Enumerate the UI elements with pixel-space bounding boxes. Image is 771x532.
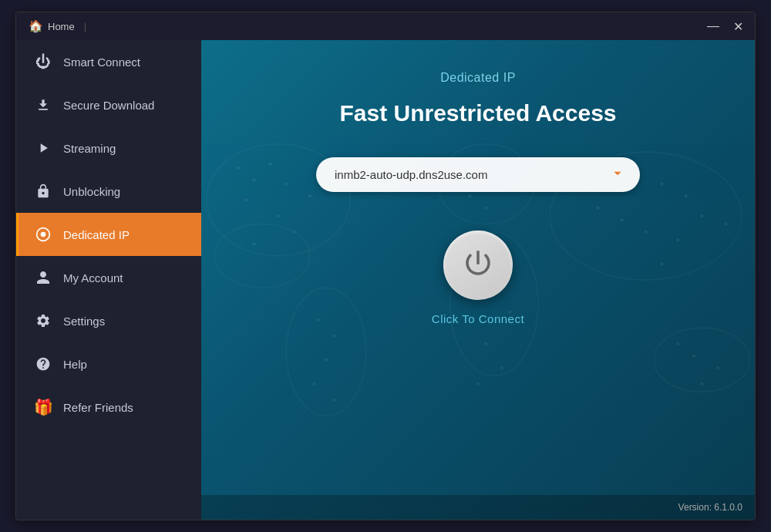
- sidebar-item-unblocking[interactable]: Unblocking: [16, 170, 201, 213]
- sidebar-label-unblocking: Unblocking: [63, 185, 120, 198]
- svg-point-35: [500, 366, 503, 369]
- svg-point-34: [484, 342, 487, 345]
- power-button-section: Click To Connect: [432, 231, 524, 325]
- download-icon: [34, 96, 52, 114]
- sidebar-item-secure-download[interactable]: Secure Download: [16, 83, 201, 126]
- page-subtitle: Dedicated IP: [440, 71, 516, 85]
- svg-point-1: [41, 232, 46, 237]
- main-content: Dedicated IP Fast Unrestricted Access in…: [201, 40, 755, 520]
- sidebar-label-smart-connect: Smart Connect: [63, 56, 140, 69]
- minimize-button[interactable]: —: [702, 17, 724, 35]
- gift-icon: 🎁: [34, 398, 52, 416]
- version-text: Version: 6.1.0.0: [678, 502, 742, 513]
- play-icon: [34, 139, 52, 157]
- svg-point-53: [700, 382, 703, 386]
- svg-point-51: [692, 354, 695, 357]
- sidebar-label-help: Help: [63, 358, 87, 371]
- sidebar-item-streaming[interactable]: Streaming: [16, 126, 201, 170]
- lock-icon: [34, 182, 52, 200]
- sidebar-item-smart-connect[interactable]: ⏻ Smart Connect: [16, 40, 201, 83]
- sidebar-label-streaming: Streaming: [63, 142, 116, 155]
- sidebar-label-dedicated-ip: Dedicated IP: [63, 228, 130, 241]
- title-bar: 🏠 Home | — ✕: [16, 12, 755, 40]
- sidebar-item-dedicated-ip[interactable]: Dedicated IP: [16, 213, 201, 256]
- svg-point-21: [312, 382, 315, 386]
- home-icon: 🏠: [29, 19, 43, 33]
- sidebar-label-secure-download: Secure Download: [63, 99, 154, 112]
- power-icon: ⏻: [34, 52, 52, 71]
- title-bar-divider: |: [84, 21, 86, 32]
- sidebar: ⏻ Smart Connect Secure Download Streamin…: [16, 40, 201, 520]
- close-button[interactable]: ✕: [727, 17, 749, 35]
- title-bar-home-label: Home: [48, 21, 75, 32]
- account-icon: [34, 268, 52, 287]
- help-icon: [34, 355, 52, 373]
- sidebar-label-settings: Settings: [63, 315, 105, 328]
- sidebar-label-refer-friends: Refer Friends: [63, 401, 133, 414]
- sidebar-item-refer-friends[interactable]: 🎁 Refer Friends: [16, 386, 201, 429]
- settings-icon: [34, 311, 52, 330]
- page-title: Fast Unrestricted Access: [339, 100, 616, 126]
- svg-point-36: [476, 382, 480, 386]
- power-button-icon: [462, 247, 494, 284]
- svg-point-22: [332, 398, 335, 401]
- connect-label: Click To Connect: [432, 312, 524, 325]
- sidebar-label-my-account: My Account: [63, 271, 123, 285]
- sidebar-item-settings[interactable]: Settings: [16, 299, 201, 342]
- app-window: 🏠 Home | — ✕ ⏻ Smart Connect Secure Down…: [15, 12, 756, 520]
- server-dropdown-wrapper: inmb2-auto-udp.dns2use.com: [316, 157, 640, 192]
- title-bar-home-section: 🏠 Home |: [29, 19, 91, 33]
- connect-power-button[interactable]: [443, 231, 513, 300]
- svg-point-50: [676, 342, 679, 345]
- app-body: ⏻ Smart Connect Secure Download Streamin…: [16, 40, 755, 520]
- svg-point-52: [716, 366, 719, 369]
- server-select[interactable]: inmb2-auto-udp.dns2use.com: [316, 157, 640, 192]
- svg-point-20: [325, 359, 328, 362]
- content-inner: Dedicated IP Fast Unrestricted Access in…: [201, 40, 755, 341]
- sidebar-item-help[interactable]: Help: [16, 342, 201, 386]
- dedicated-ip-icon: [34, 225, 52, 244]
- footer-bar: Version: 6.1.0.0: [201, 495, 755, 520]
- sidebar-item-my-account[interactable]: My Account: [16, 256, 201, 299]
